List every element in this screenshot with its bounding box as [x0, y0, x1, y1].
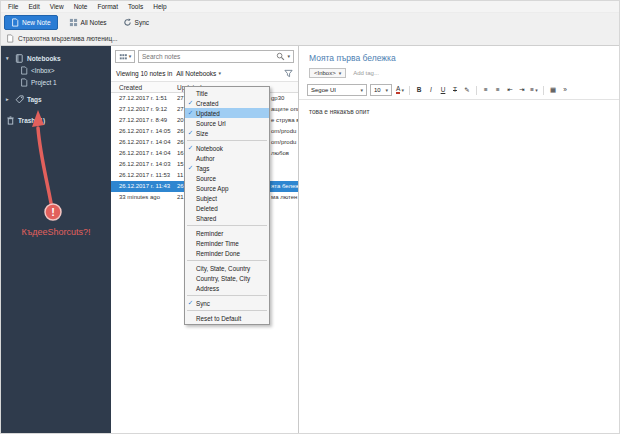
- caret-down-icon: ▾: [385, 88, 388, 93]
- note-tab-bar: Страхотна мързелива лютениц...: [1, 32, 619, 46]
- sidebar-item-project-1[interactable]: Project 1: [1, 76, 111, 88]
- menu-item-city-state-country[interactable]: City, State, Country: [185, 263, 269, 273]
- align-button[interactable]: ≡▾: [529, 85, 539, 96]
- bullet-list-button[interactable]: ≡: [481, 85, 491, 96]
- viewing-row: Viewing 10 notes in All Notebooks ▾: [111, 65, 298, 81]
- menu-item-label: Reminder: [196, 230, 223, 237]
- numbered-list-button[interactable]: ≡: [493, 85, 503, 96]
- view-options-button[interactable]: ▾: [115, 50, 135, 63]
- menu-item-notebook[interactable]: ✓Notebook: [185, 143, 269, 153]
- sidebar-item-label: Tags: [27, 96, 42, 103]
- notebook-icon: [15, 54, 24, 63]
- menu-item-reminder[interactable]: Reminder: [185, 228, 269, 238]
- more-button[interactable]: »: [560, 85, 570, 96]
- note-body[interactable]: това е някакъв опит: [299, 100, 619, 123]
- menu-item-updated[interactable]: ✓Updated: [185, 108, 269, 118]
- sidebar-item-trash[interactable]: Trash (1): [1, 114, 111, 126]
- new-note-button[interactable]: New Note: [4, 15, 58, 30]
- menu-item-created[interactable]: ✓Created: [185, 98, 269, 108]
- caret-down-icon: ▾: [339, 71, 342, 76]
- menu-file[interactable]: File: [3, 2, 23, 11]
- menu-item-sync[interactable]: ✓Sync: [185, 298, 269, 308]
- menu-item-source-app[interactable]: Source App: [185, 183, 269, 193]
- sidebar-item-inbox[interactable]: <Inbox>: [1, 64, 111, 76]
- annotation-text: КъдееShorcuts?!: [1, 227, 111, 237]
- menu-item-label: Tags: [196, 165, 209, 172]
- menu-view[interactable]: View: [45, 2, 69, 11]
- new-note-icon: [11, 18, 19, 27]
- numbered-list-button-glyph: ≡: [496, 87, 500, 94]
- filter-icon[interactable]: [284, 69, 293, 78]
- note-cell-created: 26.12.2017 г. 14:04: [119, 150, 171, 156]
- underline-button[interactable]: U: [438, 85, 448, 96]
- menu-edit[interactable]: Edit: [23, 2, 44, 11]
- menu-item-deleted[interactable]: Deleted: [185, 203, 269, 213]
- sidebar-item-label: Notebooks: [27, 55, 61, 62]
- notebook-filter-dropdown[interactable]: All Notebooks ▾: [176, 70, 221, 77]
- menu-item-tags[interactable]: ✓Tags: [185, 163, 269, 173]
- font-size-select[interactable]: 10 ▾: [370, 84, 392, 96]
- menu-separator: [187, 225, 267, 226]
- menu-item-title[interactable]: Title: [185, 88, 269, 98]
- menu-item-reminder-done[interactable]: Reminder Done: [185, 248, 269, 258]
- menu-item-label: Address: [196, 285, 219, 292]
- sidebar-item-notebooks[interactable]: ▾ Notebooks: [1, 52, 111, 64]
- note-page-icon: [6, 34, 14, 43]
- column-header-created[interactable]: Created: [119, 84, 142, 91]
- font-family-select[interactable]: Segoe UI ▾: [307, 84, 367, 96]
- menu-separator: [187, 295, 267, 296]
- menu-item-address[interactable]: Address: [185, 283, 269, 293]
- note-cell-created: 26.12.2017 г. 11:53: [119, 172, 170, 178]
- font-family-value: Segoe UI: [311, 87, 336, 93]
- menu-item-reminder-time[interactable]: Reminder Time: [185, 238, 269, 248]
- checkmark-icon: ✓: [185, 164, 196, 172]
- sync-button[interactable]: Sync: [118, 15, 154, 30]
- menu-item-subject[interactable]: Subject: [185, 193, 269, 203]
- all-notes-button[interactable]: All Notes: [64, 15, 112, 30]
- notebook-selector[interactable]: <Inbox> ▾: [309, 68, 346, 78]
- menu-item-source-url[interactable]: Source Url: [185, 118, 269, 128]
- menu-item-label: Sync: [196, 300, 210, 307]
- notebook-selector-value: <Inbox>: [314, 70, 336, 76]
- editor-panel: Моята първа бележка <Inbox> ▾ Add tag...…: [299, 46, 619, 434]
- menu-item-country-state-city[interactable]: Country, State, City: [185, 273, 269, 283]
- checkmark-icon: ✓: [185, 99, 196, 107]
- menu-item-author[interactable]: Author: [185, 153, 269, 163]
- format-buttons: A▾BIUT✎≡≡⇤⇥≡▾▦»: [395, 85, 570, 96]
- indent-button[interactable]: ⇥: [517, 85, 527, 96]
- menu-separator: [187, 260, 267, 261]
- note-title[interactable]: Моята първа бележка: [299, 46, 619, 63]
- outdent-button-glyph: ⇤: [507, 87, 512, 94]
- strikethrough-button[interactable]: T: [450, 85, 460, 96]
- outdent-button[interactable]: ⇤: [505, 85, 515, 96]
- bold-button[interactable]: B: [414, 85, 424, 96]
- sync-label: Sync: [135, 19, 149, 26]
- note-cell-extra: ма лютен: [271, 194, 297, 200]
- sidebar-item-tags[interactable]: ▸ Tags: [1, 93, 111, 105]
- note-cell-extra: е струва в: [271, 117, 298, 123]
- font-color-button[interactable]: A▾: [395, 85, 405, 96]
- note-cell-created: 26.12.2017 г. 14:03: [119, 161, 171, 167]
- open-note-tab[interactable]: Страхотна мързелива лютениц...: [18, 35, 118, 42]
- caret-down-icon: ▾: [360, 88, 363, 93]
- italic-button[interactable]: I: [426, 85, 436, 96]
- menu-item-shared[interactable]: Shared: [185, 213, 269, 223]
- menu-format[interactable]: Format: [92, 2, 123, 11]
- menu-note[interactable]: Note: [69, 2, 93, 11]
- search-input[interactable]: [142, 53, 274, 60]
- menu-item-reset-to-default[interactable]: Reset to Default: [185, 313, 269, 323]
- note-cell-created: 27.12.2017 г. 8:49: [119, 117, 167, 123]
- caret-down-icon: ▾: [129, 54, 132, 59]
- add-tag-input[interactable]: Add tag...: [353, 70, 379, 76]
- menu-item-source[interactable]: Source: [185, 173, 269, 183]
- menu-help[interactable]: Help: [148, 2, 171, 11]
- menu-item-size[interactable]: ✓Size: [185, 128, 269, 138]
- note-cell-created: 26.12.2017 г. 11:43: [119, 183, 170, 189]
- search-box: ▾: [138, 50, 294, 63]
- table-button[interactable]: ▦: [548, 85, 558, 96]
- menu-item-label: Reset to Default: [196, 315, 241, 322]
- annotation-mark: !: [51, 206, 55, 218]
- highlight-button[interactable]: ✎: [462, 85, 472, 96]
- main-area: ▾ Notebooks <Inbox> Project 1: [1, 46, 619, 434]
- menu-tools[interactable]: Tools: [123, 2, 148, 11]
